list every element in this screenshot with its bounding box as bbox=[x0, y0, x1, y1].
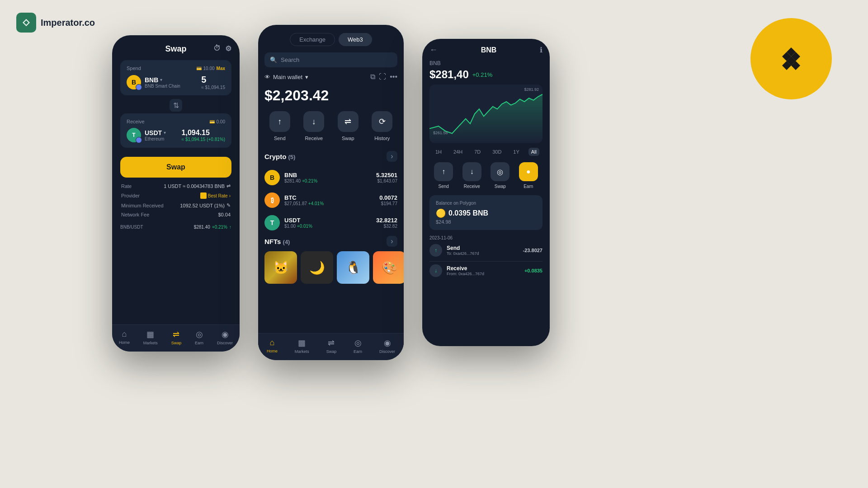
best-rate-value[interactable]: ◆ Best Rate › bbox=[200, 192, 231, 199]
tab-exchange[interactable]: Exchange bbox=[290, 33, 335, 46]
history-action[interactable]: ⟳ History bbox=[372, 111, 392, 141]
asset-price-change: +0.21% bbox=[472, 71, 492, 78]
spend-balance: 💳 10.00 Max bbox=[196, 66, 225, 71]
swap-action[interactable]: ⇌ Swap bbox=[338, 111, 359, 141]
header: Imperator.co bbox=[16, 13, 95, 33]
crypto-usdt[interactable]: T USDT $1.00 +0.01% 32.8212 $32.82 bbox=[258, 211, 404, 234]
right-phone: ← BNB ℹ BNB $281,40 +0.21% $281.92 $261.… bbox=[422, 39, 550, 346]
right-earn-action[interactable]: ● Earn bbox=[519, 162, 538, 189]
swap-direction-button[interactable]: ⇅ bbox=[170, 99, 182, 112]
receive-token-name: USDT bbox=[145, 129, 162, 136]
tx-receive-details: Receive From: 0xa426...767d bbox=[447, 265, 520, 276]
expand-icon[interactable]: ⛶ bbox=[379, 73, 386, 81]
center-earn-icon: ◎ bbox=[354, 338, 362, 348]
wallet-chevron[interactable]: ▾ bbox=[305, 74, 308, 80]
tf-7d[interactable]: 7D bbox=[472, 148, 483, 156]
nav-discover[interactable]: ◉ Discover bbox=[217, 329, 233, 345]
crypto-btc[interactable]: ₿ BTC $27,051.87 +4.01% 0.0072 $194.77 bbox=[258, 189, 404, 211]
price-change: +0.21% bbox=[212, 225, 227, 230]
receive-amount: 1,094.15 bbox=[182, 129, 225, 137]
provider-value-text: Best Rate bbox=[208, 193, 228, 198]
right-action-row: ↑ Send ↓ Receive ◎ Swap ● Earn bbox=[429, 162, 542, 189]
receive-balance: 💳 0.00 bbox=[209, 119, 225, 124]
min-received-edit[interactable]: ✎ bbox=[226, 202, 231, 208]
tx-send[interactable]: ↑ Send To: 0xa426...767d -23.8027 bbox=[429, 244, 542, 257]
right-swap-action[interactable]: ◎ Swap bbox=[491, 162, 509, 189]
tx-divider bbox=[429, 261, 542, 262]
back-button[interactable]: ← bbox=[429, 45, 438, 55]
usdt-amount: 32.8212 bbox=[376, 217, 397, 224]
tx-receive-icon: ↓ bbox=[429, 264, 442, 277]
right-swap-label: Swap bbox=[495, 184, 506, 189]
receive-token-chevron[interactable]: ▾ bbox=[164, 130, 166, 135]
crypto-title-text: Crypto bbox=[264, 153, 286, 160]
tf-24h[interactable]: 24H bbox=[451, 148, 465, 156]
nft-chevron[interactable]: › bbox=[387, 236, 397, 247]
svg-marker-7 bbox=[429, 94, 542, 143]
usdt-chain-icon bbox=[136, 137, 142, 143]
tf-all[interactable]: All bbox=[528, 148, 539, 156]
nft-1[interactable] bbox=[264, 251, 297, 284]
max-button[interactable]: Max bbox=[217, 66, 225, 71]
swap-button[interactable]: Swap bbox=[120, 157, 231, 178]
nft-title-text: NFTs bbox=[264, 238, 281, 245]
home-icon: ⌂ bbox=[122, 329, 127, 339]
send-action-label: Send bbox=[274, 136, 286, 141]
nft-3[interactable] bbox=[337, 251, 369, 284]
right-send-label: Send bbox=[439, 184, 449, 189]
tf-30d[interactable]: 30D bbox=[490, 148, 504, 156]
center-home-icon: ⌂ bbox=[270, 338, 275, 347]
usdt-right: 32.8212 $32.82 bbox=[376, 217, 397, 229]
settings-icon[interactable]: ⚙ bbox=[225, 44, 231, 53]
nav-markets[interactable]: ▦ Markets bbox=[143, 329, 158, 345]
center-nav-home[interactable]: ⌂ Home bbox=[267, 338, 278, 354]
right-receive-action[interactable]: ↓ Receive bbox=[462, 162, 481, 189]
nft-2[interactable] bbox=[301, 251, 333, 284]
usdt-price-info: $1.00 +0.01% bbox=[284, 224, 312, 229]
tx-send-amount: -23.8027 bbox=[523, 248, 542, 253]
more-icon[interactable]: ••• bbox=[390, 73, 397, 81]
markets-label: Markets bbox=[143, 341, 158, 345]
nft-4[interactable] bbox=[373, 251, 404, 284]
center-markets-icon: ▦ bbox=[298, 338, 306, 348]
nft-count: (4) bbox=[283, 239, 290, 245]
nav-earn[interactable]: ◎ Earn bbox=[195, 329, 203, 345]
receive-token-details: USDT ▾ Ethereum bbox=[145, 129, 166, 141]
spend-token-chevron[interactable]: ▾ bbox=[160, 77, 162, 82]
center-nav-swap[interactable]: ⇌ Swap bbox=[326, 338, 337, 354]
center-nav-earn[interactable]: ◎ Earn bbox=[354, 338, 362, 354]
receive-label: Receive 💳 0.00 bbox=[127, 119, 225, 124]
info-button[interactable]: ℹ bbox=[540, 46, 542, 54]
polygon-amount-value: 0.0395 BNB bbox=[448, 209, 488, 217]
right-send-action[interactable]: ↑ Send bbox=[434, 162, 453, 189]
wallet-name[interactable]: Main wallet bbox=[273, 74, 302, 80]
crypto-chevron[interactable]: › bbox=[387, 151, 397, 162]
receive-token-info: T USDT ▾ Ethereum bbox=[127, 128, 166, 142]
center-nav-discover[interactable]: ◉ Discover bbox=[379, 338, 395, 354]
center-discover-icon: ◉ bbox=[384, 338, 391, 348]
nav-home[interactable]: ⌂ Home bbox=[119, 329, 130, 345]
history-action-label: History bbox=[374, 136, 390, 141]
tab-web3[interactable]: Web3 bbox=[339, 33, 372, 46]
current-price: $281.40 bbox=[194, 225, 210, 230]
receive-action[interactable]: ↓ Receive bbox=[303, 111, 324, 141]
polygon-label: Balance on Polygon bbox=[436, 201, 536, 206]
crypto-bnb[interactable]: B BNB $281.40 +0.21% 5.32501 $1,643.07 bbox=[258, 166, 404, 189]
receive-balance-icon: 💳 bbox=[209, 119, 215, 124]
copy-icon[interactable]: ⧉ bbox=[370, 73, 375, 81]
center-nav-markets[interactable]: ▦ Markets bbox=[295, 338, 309, 354]
right-swap-circle: ◎ bbox=[491, 162, 509, 181]
usdt-crypto-icon: T bbox=[264, 215, 280, 230]
wallet-balance: $2,203.42 bbox=[258, 85, 404, 111]
right-receive-label: Receive bbox=[464, 184, 480, 189]
btc-value: $194.77 bbox=[379, 201, 397, 206]
history-icon[interactable]: ⏱ bbox=[213, 44, 221, 53]
search-bar[interactable]: 🔍 Search bbox=[264, 52, 397, 67]
tab-row: Exchange Web3 bbox=[258, 25, 404, 52]
spend-amount[interactable]: 5 bbox=[201, 75, 225, 85]
nav-swap-active[interactable]: ⇌ Swap bbox=[171, 329, 182, 345]
tx-receive[interactable]: ↓ Receive From: 0xa426...767d +0.0835 bbox=[429, 264, 542, 277]
tf-1h[interactable]: 1H bbox=[433, 148, 444, 156]
send-action[interactable]: ↑ Send bbox=[269, 111, 290, 141]
tf-1y[interactable]: 1Y bbox=[510, 148, 522, 156]
